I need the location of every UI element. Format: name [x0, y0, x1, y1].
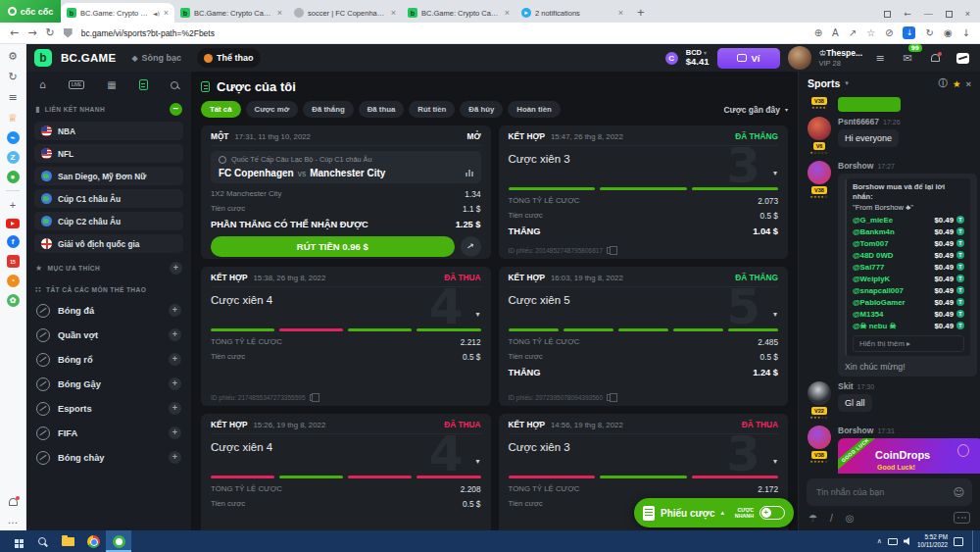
chevron-down-icon[interactable]: ▾ — [845, 79, 849, 87]
start-button[interactable] — [4, 530, 29, 552]
profile-icon[interactable]: ◉ — [944, 27, 953, 38]
sport-item[interactable]: Bóng Gậy + — [26, 372, 191, 396]
user-info[interactable]: ♔Thespe... VIP 28 — [819, 48, 862, 67]
trophy-icon[interactable]: ★ — [953, 78, 961, 89]
taskbar-search-icon[interactable] — [29, 530, 55, 552]
expand-caret[interactable]: ▾ — [475, 310, 479, 319]
sport-item[interactable]: Bóng rổ + — [26, 347, 191, 372]
sport-item[interactable]: Esports + — [26, 396, 191, 421]
cashout-button[interactable]: RÚT TIỀN 0.96 $ — [211, 236, 455, 257]
taskbar-clock[interactable]: 5:52 PM 10/11/2022 — [917, 533, 948, 549]
tab-bcgame-3[interactable]: b BC.Game: Crypto Casino Ga × — [402, 3, 515, 23]
mail-icon[interactable]: ✉99 — [898, 48, 917, 68]
filter-pill[interactable]: Cược mở — [246, 101, 299, 118]
avatar[interactable] — [808, 381, 831, 405]
chat-room-label[interactable]: Sports — [808, 77, 840, 89]
user-avatar[interactable] — [788, 46, 811, 70]
shopping-sale-icon[interactable]: 15 — [7, 255, 20, 268]
show-more-button[interactable]: Hiển thị thêm ▸ — [853, 335, 964, 352]
filter-pill[interactable]: Tất cả — [201, 101, 241, 118]
network-icon[interactable] — [888, 538, 898, 545]
quick-link-item[interactable]: Cúp C2 châu Âu — [34, 212, 183, 230]
chrome-icon[interactable] — [80, 530, 106, 552]
avatar[interactable] — [808, 161, 831, 184]
back-button[interactable]: ← — [10, 26, 19, 39]
tab-audio-icon[interactable]: ◄) — [153, 10, 160, 17]
maximize-button[interactable] — [946, 11, 953, 18]
messenger-icon[interactable]: ⌁ — [7, 131, 20, 144]
expand-caret[interactable]: ▾ — [773, 457, 777, 466]
settings-gear-icon[interactable]: ⚙ — [6, 49, 20, 63]
expand-sport-button[interactable]: + — [169, 402, 181, 415]
show-desktop-button[interactable] — [972, 530, 976, 552]
filter-pill[interactable]: Rút tiền — [409, 101, 455, 118]
tab-search-icon[interactable]: ← — [904, 9, 911, 19]
sort-dropdown[interactable]: Cược gần đây▾ — [723, 105, 788, 115]
reload-button[interactable]: ↻ — [45, 26, 54, 39]
more-options-icon[interactable]: … — [6, 513, 20, 527]
currency-selector[interactable]: BCD ▾ $4.41 — [686, 49, 710, 68]
save-page-icon[interactable]: ⊕ — [814, 27, 822, 38]
download-manager-icon[interactable]: ↓ — [903, 26, 915, 39]
tab-close-icon[interactable]: × — [391, 8, 396, 18]
quick-link-item[interactable]: San Diego, Mỹ Đơn Nữ — [34, 167, 183, 185]
promo-app-icon[interactable]: ✿ — [7, 294, 20, 307]
chat-rules-icon[interactable] — [954, 512, 970, 524]
action-center-icon[interactable] — [954, 537, 963, 546]
stats-icon[interactable] — [466, 170, 473, 176]
quick-bet-toggle[interactable] — [760, 506, 785, 520]
tab-close-icon[interactable]: × — [164, 8, 169, 18]
emoji-icon[interactable]: ☺ — [954, 486, 964, 499]
match-panel[interactable]: Quốc Tế Cấp Câu Lạc Bộ - Cúp C1 châu Âu … — [211, 151, 481, 183]
collapse-button[interactable]: – — [170, 103, 182, 116]
tab-bcgame-active[interactable]: b BC.Game: Crypto Casino ◄) × — [61, 3, 174, 23]
bcgame-logo-icon[interactable]: b — [34, 49, 52, 67]
expand-caret[interactable]: ▾ — [773, 169, 777, 177]
sync-icon[interactable]: ↻ — [925, 27, 933, 38]
filter-pill[interactable]: Hoàn tiền — [508, 101, 561, 118]
copy-icon[interactable] — [607, 394, 612, 401]
copy-icon[interactable] — [607, 247, 612, 254]
expand-sport-button[interactable]: + — [169, 377, 181, 390]
sport-item[interactable]: Quần vợt + — [26, 323, 191, 347]
wallet-button[interactable]: Ví — [717, 48, 780, 69]
site-security-icon[interactable] — [64, 28, 73, 38]
sport-item[interactable]: Bóng chày + — [26, 445, 191, 470]
calendar-icon[interactable]: ▦ — [107, 79, 116, 90]
zalo-icon[interactable]: Z — [7, 151, 20, 164]
filter-pill[interactable]: Đã hủy — [460, 101, 503, 118]
tab-bcgame-2[interactable]: b BC.Game: Crypto Casino Ga × — [174, 3, 288, 23]
info-icon[interactable]: ⓘ — [938, 77, 948, 90]
quick-link-item[interactable]: NFL — [34, 144, 183, 163]
tray-expand-icon[interactable]: ∧ — [877, 537, 882, 545]
quick-link-item[interactable]: NBA — [34, 122, 183, 140]
add-favorite-button[interactable]: + — [170, 262, 182, 275]
bcgame-logo-text[interactable]: BC.GAME — [61, 52, 116, 64]
avatar[interactable] — [808, 426, 831, 449]
my-bets-icon[interactable] — [139, 79, 148, 90]
bell-icon[interactable] — [925, 48, 945, 68]
tab-preview-icon[interactable] — [884, 11, 891, 18]
adblock-icon[interactable]: ⊘ — [885, 27, 893, 38]
coin-tip-icon[interactable]: ◎ — [846, 513, 855, 524]
live-icon[interactable]: LIVE — [69, 80, 84, 89]
tab-soccer[interactable]: soccer | FC Copenhagen vs M × — [288, 3, 402, 23]
clock-app-icon[interactable]: ◔ — [7, 275, 20, 287]
avatar[interactable] — [808, 117, 831, 140]
rain-icon[interactable]: ☂ — [808, 513, 817, 524]
games-icon[interactable]: ● — [7, 171, 20, 183]
youtube-icon[interactable] — [6, 219, 20, 228]
file-explorer-icon[interactable] — [55, 530, 80, 552]
coindrops-banner[interactable]: GOOD LUCK CoinDrops Good Luck! Grab — [838, 438, 980, 474]
close-button[interactable]: × — [965, 9, 970, 19]
downloads-icon[interactable]: ↓ — [962, 27, 970, 38]
tab-close-icon[interactable]: × — [618, 8, 623, 18]
close-chat-icon[interactable]: × — [965, 78, 971, 89]
add-shortcut-icon[interactable]: + — [6, 198, 20, 212]
expand-sport-button[interactable]: + — [169, 353, 181, 366]
crown-vip-icon[interactable]: ♕ — [6, 111, 20, 125]
filter-pill[interactable]: Đã thua — [359, 101, 405, 118]
expand-sport-button[interactable]: + — [169, 304, 181, 317]
expand-sport-button[interactable]: + — [169, 328, 181, 341]
minimize-button[interactable]: — — [924, 9, 933, 19]
